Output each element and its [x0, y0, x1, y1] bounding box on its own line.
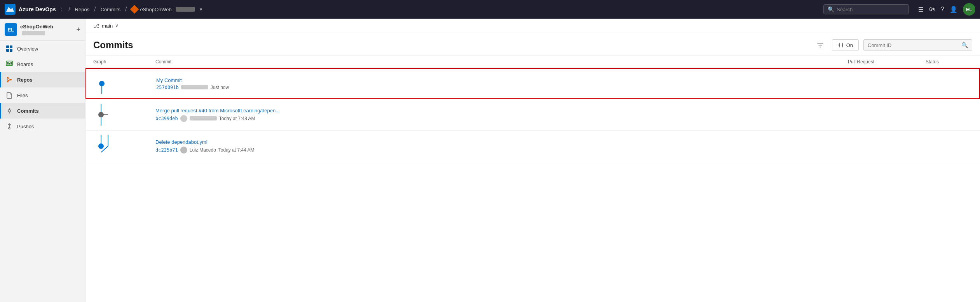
commit-sha-1[interactable]: 257d091b	[156, 85, 179, 90]
repos-icon	[5, 76, 13, 84]
main-content: ⎇ main ∨ Commits On 🔍	[85, 19, 980, 302]
commit-author-blurred-2	[190, 116, 217, 120]
svg-rect-7	[9, 63, 10, 65]
table-row[interactable]: Merge pull request #40 from MicrosoftLea…	[85, 99, 980, 131]
branch-chevron-icon[interactable]: ∨	[115, 23, 119, 28]
commit-timestamp-1: Just now	[211, 85, 229, 90]
sidebar: EL eShopOnWeb + Overview	[0, 19, 85, 302]
project-name-blurred	[22, 31, 45, 35]
table-row[interactable]: My Commit 257d091b Just now	[85, 68, 980, 99]
nav-icons: ☰ 🛍 ? 👤 EL	[918, 3, 975, 16]
files-icon	[5, 91, 13, 99]
svg-point-24	[98, 112, 104, 117]
sidebar-item-files[interactable]: Files	[0, 87, 85, 103]
svg-point-20	[99, 81, 105, 86]
svg-rect-1	[6, 45, 9, 48]
commit-info-1: My Commit 257d091b Just now	[156, 77, 847, 90]
global-search[interactable]: 🔍	[823, 4, 909, 14]
on-button[interactable]: On	[832, 39, 859, 51]
table-row[interactable]: Delete dependabot.yml dc225b71 Luiz Mace…	[85, 131, 980, 162]
graph-svg-3	[93, 135, 117, 157]
svg-point-17	[839, 44, 840, 46]
sidebar-label-overview: Overview	[17, 46, 38, 52]
sidebar-label-commits: Commits	[17, 108, 39, 114]
col-pull-request: Pull Request	[848, 59, 926, 65]
breadcrumb-slash-3: /	[125, 6, 127, 13]
commit-message-2[interactable]: Merge pull request #40 from MicrosoftLea…	[155, 108, 848, 113]
sidebar-item-pushes[interactable]: Pushes	[0, 119, 85, 134]
commit-sha-2[interactable]: bc399deb	[155, 116, 178, 121]
sidebar-label-repos: Repos	[17, 77, 33, 83]
commit-message-3[interactable]: Delete dependabot.yml	[155, 139, 848, 145]
svg-rect-3	[6, 49, 9, 52]
breadcrumb-sep-1: :	[61, 6, 62, 13]
commit-meta-1: 257d091b Just now	[156, 85, 847, 90]
repo-icon	[130, 5, 139, 14]
user-avatar[interactable]: EL	[963, 3, 975, 16]
commit-id-search[interactable]: 🔍	[863, 39, 972, 51]
top-nav: Azure DevOps : / Repos / Commits / eShop…	[0, 0, 980, 19]
svg-point-12	[8, 110, 10, 112]
menu-icon[interactable]: ☰	[918, 6, 924, 13]
commit-search-icon[interactable]: 🔍	[961, 42, 968, 48]
repo-name-blurred	[176, 7, 195, 12]
graph-svg-1	[94, 73, 117, 94]
graph-cell-3	[93, 135, 155, 157]
overview-icon	[5, 45, 13, 52]
svg-point-9	[7, 77, 9, 79]
user-icon[interactable]: 👤	[950, 6, 957, 13]
commit-info-3: Delete dependabot.yml dc225b71 Luiz Mace…	[155, 139, 848, 154]
sidebar-item-repos[interactable]: Repos	[0, 72, 85, 87]
sidebar-item-commits[interactable]: Commits	[0, 103, 85, 119]
commit-timestamp-3: Today at 7:44 AM	[218, 147, 255, 153]
branch-bar: ⎇ main ∨	[85, 19, 980, 33]
svg-rect-6	[7, 62, 9, 65]
add-project-button[interactable]: +	[76, 26, 80, 34]
page-header: Commits On 🔍	[85, 33, 980, 56]
breadcrumb-slash-2: /	[94, 6, 96, 13]
graph-svg-2	[93, 104, 117, 126]
bag-icon[interactable]: 🛍	[929, 6, 935, 13]
breadcrumb-commits[interactable]: Commits	[101, 7, 120, 12]
commits-table: Graph Commit Pull Request Status My Com	[85, 56, 980, 302]
sidebar-item-overview[interactable]: Overview	[0, 41, 85, 56]
svg-rect-4	[10, 49, 12, 52]
help-icon[interactable]: ?	[941, 6, 944, 13]
branch-name: main	[102, 23, 113, 29]
svg-rect-8	[10, 62, 12, 65]
app-logo[interactable]: Azure DevOps	[5, 4, 56, 15]
col-status: Status	[926, 59, 972, 65]
commit-timestamp-2: Today at 7:48 AM	[219, 116, 255, 121]
filter-button[interactable]	[813, 40, 827, 51]
commit-author-3: Luiz Macedo	[190, 147, 216, 153]
graph-cell-2	[93, 104, 155, 126]
sidebar-label-boards: Boards	[17, 61, 33, 67]
commit-info-2: Merge pull request #40 from MicrosoftLea…	[155, 108, 848, 122]
commit-message-1[interactable]: My Commit	[156, 77, 847, 83]
breadcrumb-repos[interactable]: Repos	[75, 7, 90, 12]
table-header: Graph Commit Pull Request Status	[85, 56, 980, 68]
svg-point-15	[9, 127, 10, 129]
branch-icon: ⎇	[93, 23, 99, 29]
search-input[interactable]	[837, 7, 905, 12]
app-name: Azure DevOps	[19, 6, 56, 12]
commit-meta-3: dc225b71 Luiz Macedo Today at 7:44 AM	[155, 147, 848, 154]
app-body: EL eShopOnWeb + Overview	[0, 19, 980, 302]
pushes-icon	[5, 122, 13, 130]
sidebar-item-boards[interactable]: Boards	[0, 56, 85, 72]
project-avatar: EL	[5, 23, 17, 36]
on-button-label: On	[846, 42, 853, 48]
svg-point-28	[98, 143, 104, 149]
commits-icon	[5, 107, 13, 115]
graph-cell-1	[94, 73, 156, 94]
search-icon: 🔍	[828, 6, 834, 12]
commit-avatar-3	[180, 147, 187, 154]
repo-chevron-icon[interactable]: ▼	[199, 7, 203, 12]
repo-name: eShopOnWeb	[140, 7, 171, 12]
commit-sha-3[interactable]: dc225b71	[155, 147, 178, 153]
commit-id-input[interactable]	[868, 42, 958, 48]
commit-meta-2: bc399deb Today at 7:48 AM	[155, 115, 848, 122]
breadcrumb-repo[interactable]: eShopOnWeb ▼	[131, 6, 203, 12]
sidebar-label-pushes: Pushes	[17, 124, 34, 129]
sidebar-nav: Overview Boards	[0, 41, 85, 302]
